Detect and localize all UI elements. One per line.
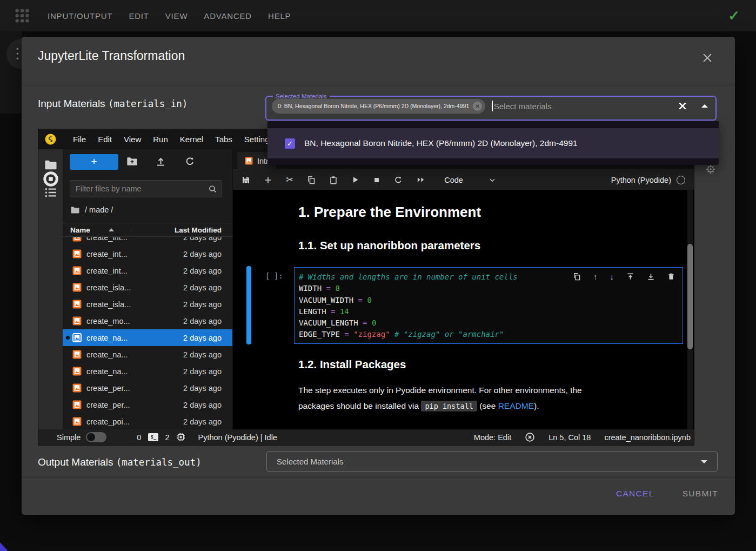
scrollbar-thumb[interactable] [687,244,693,349]
chip-delete-icon[interactable]: ✕ [473,102,482,111]
kernel-indicator[interactable]: Python (Pyodide) [611,176,685,184]
app-logo-dots-icon [14,8,30,24]
cell-toolbar: ↑ ↓ [573,272,675,281]
new-folder-icon[interactable] [126,156,138,167]
cell-type-select[interactable]: Code [444,176,463,184]
file-row[interactable]: create_poi...2 days ago [63,413,232,429]
file-name: create_int... [86,237,128,242]
jlab-menu-edit[interactable]: Edit [92,135,118,144]
file-row[interactable]: create_per...2 days ago [63,380,232,396]
column-last-modified[interactable]: Last Modified [131,226,232,234]
material-chip[interactable]: 0: BN, Hexagonal Boron Nitride, HEX (P6/… [272,99,485,114]
jlab-menu-kernel[interactable]: Kernel [174,135,209,144]
gear-icon[interactable] [706,164,715,174]
jlab-menu-run[interactable]: Run [147,135,174,144]
table-of-contents-icon[interactable] [44,187,57,198]
material-search-input[interactable] [493,102,678,111]
checked-checkbox[interactable]: ✓ [285,138,295,149]
code-line: VACUUM_WIDTH = 0 [299,295,683,306]
collapse-dropdown-icon[interactable] [701,104,708,108]
footer-divider [22,477,735,477]
terminal-icon: $_ [148,433,158,441]
chevron-down-icon[interactable] [489,176,496,184]
file-name: create_isla... [86,283,131,292]
kernel-status-text[interactable]: Python (Pyodide) | Idle [198,433,277,442]
new-launcher-button[interactable]: + [70,154,118,170]
file-row[interactable]: create_int...2 days ago [63,245,232,262]
menu-edit[interactable]: EDIT [129,11,149,21]
cell-selection-bar[interactable] [246,266,251,344]
readme-link[interactable]: README [498,401,534,410]
move-cell-down-icon[interactable]: ↓ [610,272,614,281]
terminals-count[interactable]: 0 [137,433,141,442]
file-row[interactable]: create_isla...2 days ago [63,279,232,296]
restart-run-all-icon[interactable] [416,176,425,184]
folder-icon [70,206,80,214]
paste-icon[interactable] [329,176,338,184]
dropdown-option[interactable]: ✓ BN, Hexagonal Boron Nitride, HEX (P6/m… [267,128,719,158]
file-row[interactable]: create_na...2 days ago [63,363,232,380]
kernel-status-circle-icon [677,176,685,184]
file-row[interactable]: create_per...2 days ago [63,396,232,413]
menu-advanced[interactable]: ADVANCED [204,11,252,21]
file-browser-panel: + [63,149,233,429]
close-icon[interactable] [701,52,713,64]
notebook-content[interactable]: 1. Prepare the Environment 1.1. Set up n… [233,190,694,429]
file-row[interactable]: create_na...2 days ago [63,329,232,346]
move-cell-up-icon[interactable]: ↑ [593,272,598,281]
file-modified: 2 days ago [183,401,222,409]
breadcrumb[interactable]: / made / [70,205,113,214]
file-row[interactable]: create_mo...2 days ago [63,313,232,329]
notebook-file-icon [245,157,253,165]
active-filename[interactable]: create_nanoribbon.ipynb [604,433,691,442]
file-browser-icon[interactable] [44,159,57,171]
upload-icon[interactable] [156,156,166,167]
shield-x-icon[interactable] [525,432,535,442]
file-row[interactable]: create_na...2 days ago [63,346,232,363]
editor-mode[interactable]: Mode: Edit [474,433,511,442]
jlab-menu-view[interactable]: View [118,135,147,144]
simple-mode-toggle[interactable] [86,432,106,442]
duplicate-cell-icon[interactable] [573,273,581,281]
notebook-heading-1-2: 1.2. Install Packages [298,358,406,371]
column-name[interactable]: Name [63,226,131,234]
save-icon[interactable] [242,176,250,184]
clear-selection-icon[interactable] [678,101,687,111]
output-materials-select[interactable]: Selected Materials [266,452,718,472]
add-cell-icon[interactable] [264,176,272,184]
stop-icon[interactable] [373,176,380,184]
notebook-file-icon [72,400,82,409]
cut-icon[interactable]: ✂ [286,176,293,184]
code-line: LENGTH = 14 [299,306,683,317]
submit-button[interactable]: SUBMIT [683,489,718,499]
running-kernels-icon[interactable] [43,171,59,187]
filter-files-input[interactable] [70,181,195,197]
file-row[interactable]: create_int...2 days ago [63,237,232,245]
file-row[interactable]: create_isla...2 days ago [63,296,232,313]
file-name: create_na... [86,334,128,342]
refresh-icon[interactable] [185,156,195,167]
notebook-file-icon [72,350,82,359]
header-divider [22,85,735,85]
jlab-menu-tabs[interactable]: Tabs [209,135,238,144]
delete-cell-icon[interactable] [667,273,675,281]
cursor-position[interactable]: Ln 5, Col 18 [548,433,591,442]
code-cell[interactable]: # Widths and lengths are in number of un… [294,267,683,344]
copy-icon[interactable] [307,176,316,184]
menu-input-output[interactable]: INPUT/OUTPUT [48,11,112,21]
file-row[interactable]: create_int...2 days ago [63,262,232,279]
notebook-panel: Intr ✂ [233,149,694,429]
run-icon[interactable] [351,176,359,184]
cancel-button[interactable]: CANCEL [616,489,654,499]
menu-view[interactable]: VIEW [165,11,188,21]
input-materials-select[interactable]: Selected Materials 0: BN, Hexagonal Boro… [265,93,717,121]
jlab-menu-file[interactable]: File [67,135,92,144]
insert-cell-below-icon[interactable] [647,273,655,281]
insert-cell-above-icon[interactable] [626,273,634,281]
kernels-count[interactable]: 2 [165,433,169,442]
file-modified: 2 days ago [183,267,222,275]
menu-help[interactable]: HELP [268,11,291,21]
restart-kernel-icon[interactable] [394,176,403,184]
notebook-file-icon [72,249,82,258]
file-modified: 2 days ago [183,283,222,292]
